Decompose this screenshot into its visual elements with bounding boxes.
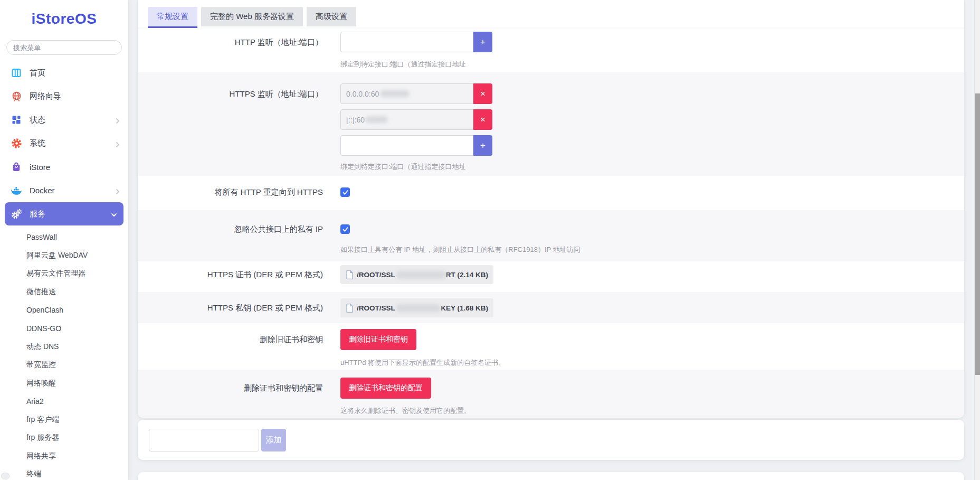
field-help: 这将永久删除证书、密钥及使用它的配置。 bbox=[340, 406, 964, 416]
add-section-card: 添加 bbox=[138, 420, 964, 460]
form-row-ignore-private-ip: 忽略公共接口上的私有 IP 如果接口上具有公有 IP 地址，则阻止从接口上的私有… bbox=[138, 210, 964, 261]
submenu-item-aria2[interactable]: Aria2 bbox=[0, 392, 128, 411]
submenu-item-aliyun-webdav[interactable]: 阿里云盘 WebDAV bbox=[0, 247, 128, 265]
sidebar: iStoreOS 首页 网络向导 bbox=[0, 0, 128, 480]
home-grid-icon bbox=[11, 67, 22, 79]
sidebar-item-network-wizard[interactable]: 网络向导 bbox=[0, 85, 128, 109]
form-row-https-private-key: HTTPS 私钥 (DER 或 PEM 格式) /ROOT/SSL KEY (1… bbox=[138, 292, 964, 323]
remove-entry-button[interactable]: × bbox=[473, 83, 492, 104]
form-row-redirect-https: 将所有 HTTP 重定向到 HTTPS bbox=[138, 176, 964, 210]
sidebar-item-label: 状态 bbox=[30, 115, 115, 125]
chevron-right-icon bbox=[115, 117, 121, 123]
page-scrollbar-thumb[interactable] bbox=[975, 93, 980, 375]
sidebar-item-label: 系统 bbox=[30, 138, 115, 148]
field-label: 删除证书和密钥的配置 bbox=[138, 370, 323, 418]
chevron-right-icon bbox=[115, 140, 121, 147]
field-label: HTTPS 私钥 (DER 或 PEM 格式) bbox=[138, 292, 323, 323]
globe-icon bbox=[11, 91, 22, 102]
file-icon bbox=[346, 270, 354, 279]
form-row-remove-old-cert: 删除旧证书和密钥 删除旧证书和密钥 uHTTPd 将使用下面显示的配置生成新的自… bbox=[138, 323, 964, 370]
field-help: 绑定到特定接口:端口（通过指定接口地址 bbox=[340, 60, 964, 69]
add-section-button[interactable]: 添加 bbox=[261, 429, 286, 451]
field-help: 绑定到特定接口:端口（通过指定接口地址 bbox=[340, 162, 964, 172]
remove-entry-button[interactable]: × bbox=[473, 109, 492, 130]
docker-whale-icon bbox=[11, 185, 22, 196]
add-section-input[interactable] bbox=[149, 429, 259, 451]
tab-advanced-settings[interactable]: 高级设置 bbox=[307, 7, 356, 26]
sidebar-corner-pill bbox=[1, 473, 9, 479]
certificate-file-chip[interactable]: /ROOT/SSL RT (2.14 KB) bbox=[340, 265, 493, 284]
submenu-item-wechat-push[interactable]: 微信推送 bbox=[0, 283, 128, 302]
submenu-item-frp-server[interactable]: frp 服务器 bbox=[0, 429, 128, 447]
sidebar-item-home[interactable]: 首页 bbox=[0, 61, 128, 85]
tab-full-webserver-settings[interactable]: 完整的 Web 服务器设置 bbox=[201, 7, 303, 26]
https-listen-value-0[interactable]: 0.0.0.0:60 bbox=[340, 83, 473, 104]
dashboard-icon bbox=[11, 114, 22, 126]
check-icon bbox=[342, 189, 349, 196]
field-label: 忽略公共接口上的私有 IP bbox=[138, 210, 323, 261]
sidebar-item-label: 网络向导 bbox=[30, 91, 121, 101]
redacted-text bbox=[396, 304, 441, 312]
form-row-https-listen: HTTPS 监听（地址:端口） 0.0.0.0:60 × [::]:60 × + bbox=[138, 72, 964, 176]
page-scrollbar-track[interactable] bbox=[974, 0, 980, 480]
app-logo: iStoreOS bbox=[0, 0, 128, 27]
submenu-item-bandwidth-monitor[interactable]: 带宽监控 bbox=[0, 356, 128, 374]
https-listen-new-input[interactable] bbox=[340, 135, 473, 156]
file-name-suffix: RT (2.14 KB) bbox=[446, 271, 488, 279]
redacted-text bbox=[366, 116, 388, 123]
https-listen-value-1[interactable]: [::]:60 bbox=[340, 109, 473, 130]
sidebar-item-services[interactable]: 服务 bbox=[5, 202, 123, 225]
submenu-item-frp-client[interactable]: frp 客户端 bbox=[0, 410, 128, 429]
form-row-http-listen: HTTP 监听（地址:端口） + 绑定到特定接口:端口（通过指定接口地址 bbox=[138, 27, 964, 72]
shopping-bag-icon bbox=[11, 161, 22, 173]
services-submenu: PassWall 阿里云盘 WebDAV 易有云文件管理器 微信推送 OpenC… bbox=[0, 225, 128, 480]
add-entry-button[interactable]: + bbox=[473, 32, 492, 52]
http-listen-input[interactable] bbox=[340, 32, 473, 52]
submenu-item-openclash[interactable]: OpenClash bbox=[0, 301, 128, 319]
submenu-item-network-share[interactable]: 网络共享 bbox=[0, 447, 128, 466]
submenu-item-linkease[interactable]: 易有云文件管理器 bbox=[0, 265, 128, 283]
settings-tabbar: 常规设置 完整的 Web 服务器设置 高级设置 bbox=[138, 0, 964, 27]
remove-cert-config-button[interactable]: 删除证书和密钥的配置 bbox=[340, 378, 431, 399]
sidebar-item-label: iStore bbox=[30, 163, 121, 172]
redirect-https-checkbox[interactable] bbox=[340, 187, 350, 197]
uhttpd-settings-card: 常规设置 完整的 Web 服务器设置 高级设置 HTTP 监听（地址:端口） +… bbox=[138, 0, 964, 418]
field-label: 删除旧证书和密钥 bbox=[138, 323, 323, 370]
chevron-right-icon bbox=[115, 187, 121, 194]
redacted-text bbox=[396, 271, 446, 279]
redacted-text bbox=[380, 90, 410, 97]
sidebar-item-status[interactable]: 状态 bbox=[0, 108, 128, 132]
field-label: 将所有 HTTP 重定向到 HTTPS bbox=[138, 176, 323, 210]
chevron-down-icon bbox=[111, 211, 117, 217]
file-name-prefix: /ROOT/SSL bbox=[357, 271, 395, 279]
sidebar-nav: 首页 网络向导 状态 bbox=[0, 61, 128, 480]
field-help: 如果接口上具有公有 IP 地址，则阻止从接口上的私有（RFC1918）IP 地址… bbox=[340, 245, 964, 255]
listen-value-text: 0.0.0.0:60 bbox=[346, 90, 379, 98]
remove-old-cert-button[interactable]: 删除旧证书和密钥 bbox=[340, 329, 416, 350]
field-label: HTTPS 证书 (DER 或 PEM 格式) bbox=[138, 261, 323, 292]
field-help: uHTTPd 将使用下面显示的配置生成新的自签名证书。 bbox=[340, 358, 964, 368]
next-section-card bbox=[138, 472, 964, 480]
file-name-prefix: /ROOT/SSL bbox=[357, 304, 395, 312]
tab-general-settings[interactable]: 常规设置 bbox=[148, 7, 197, 26]
search-input[interactable] bbox=[6, 40, 122, 55]
private-key-file-chip[interactable]: /ROOT/SSL KEY (1.68 KB) bbox=[340, 298, 493, 317]
submenu-item-wake-on-lan[interactable]: 网络唤醒 bbox=[0, 374, 128, 392]
gears-icon bbox=[11, 208, 22, 220]
add-entry-button[interactable]: + bbox=[473, 135, 492, 156]
sidebar-item-system[interactable]: 系统 bbox=[0, 132, 128, 156]
submenu-item-passwall[interactable]: PassWall bbox=[0, 228, 128, 247]
file-icon bbox=[346, 304, 354, 313]
sidebar-item-label: 首页 bbox=[30, 68, 121, 78]
ignore-private-ip-checkbox[interactable] bbox=[340, 224, 350, 234]
field-label: HTTP 监听（地址:端口） bbox=[138, 27, 323, 72]
submenu-item-dynamic-dns[interactable]: 动态 DNS bbox=[0, 337, 128, 356]
submenu-item-terminal[interactable]: 终端 bbox=[0, 465, 128, 480]
form-row-remove-cert-config: 删除证书和密钥的配置 删除证书和密钥的配置 这将永久删除证书、密钥及使用它的配置… bbox=[138, 370, 964, 418]
listen-value-text: [::]:60 bbox=[346, 116, 365, 124]
sidebar-item-docker[interactable]: Docker bbox=[0, 179, 128, 203]
sidebar-item-istore[interactable]: iStore bbox=[0, 155, 128, 179]
submenu-item-ddns-go[interactable]: DDNS-GO bbox=[0, 319, 128, 338]
check-icon bbox=[342, 226, 349, 233]
gear-icon bbox=[11, 138, 22, 149]
